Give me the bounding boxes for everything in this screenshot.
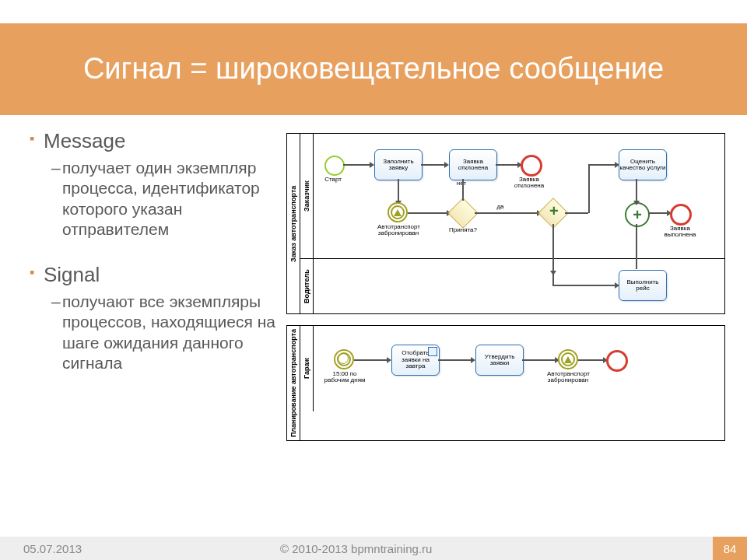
flow-arrow [354,359,387,361]
bullet-sub: получают все экземпляры процессов, наход… [51,292,279,373]
slide-title: Сигнал = широковещательное сообщение [83,52,664,86]
flow-arrow [578,359,603,361]
diagram-column: Заказ автотранспорта Заказчик Старт Запо… [286,129,725,452]
gateway-parallel-join-icon: + [625,202,650,227]
task-fill-request: Заполнить заявку [374,149,423,180]
flow-arrow [438,359,471,361]
end-event-icon [670,204,692,226]
footer-date: 05.07.2013 [0,542,280,555]
edge-label-no: нет [452,180,471,187]
flow-arrow [552,271,554,286]
end-event-icon [521,155,542,177]
title-band: Сигнал = широковещательное сообщение [0,23,747,115]
gateway-label: Принята? [442,227,484,233]
bullet-head: Message [30,129,279,153]
footer: 05.07.2013 © 2010-2013 bpmntraining.ru 8… [0,537,747,560]
flow-arrow [552,224,554,271]
bullet-head: Signal [30,263,279,287]
edge-label-yes: да [491,204,510,210]
lane-garage: Гараж 15:00 по рабочим дням Отобрать зая… [300,326,724,411]
flow-arrow [636,224,637,269]
flow-arrow [636,179,637,201]
flow-arrow [475,212,537,214]
bullet-signal: Signal получают все экземпляры процессов… [30,263,279,373]
pool-title: Планирование автотранспорта [287,326,300,440]
task-label: Заявка отклонена [450,159,496,172]
end-label: Заявка отклонена [508,177,550,190]
flow-arrow [462,179,464,201]
start-event-icon [324,156,345,176]
signal-label: Автотранспорт забронирован [547,371,589,384]
task-approve-requests: Утвердить заявки [475,345,524,376]
content-area: Message получает один экземпляр процесса… [0,115,747,452]
bullet-message: Message получает один экземпляр процесса… [30,129,279,240]
pool-order: Заказ автотранспорта Заказчик Старт Запо… [286,133,725,314]
end-event-icon [606,350,628,372]
lane-title: Гараж [300,326,314,411]
timer-label: 15:00 по рабочим дням [321,371,368,384]
flow-arrow [408,212,447,214]
signal-catch-icon [389,204,406,221]
bullet-sub: получает один экземпляр процесса, иденти… [51,158,279,240]
start-label: Старт [312,177,354,183]
flow-arrow [421,164,444,166]
task-label: Оценить качество услуги [619,159,666,172]
lane-title: Водитель [300,259,314,313]
pool-planning: Планирование автотранспорта Гараж 15:00 … [286,325,725,441]
lane-title: Заказчик [300,134,314,258]
task-run-trip: Выполнить рейс [619,270,667,301]
lane-body: 15:00 по рабочим дням Отобрать заявки на… [314,326,724,411]
task-label: Выполнить рейс [619,279,666,292]
flow-arrow [552,285,615,286]
task-rate-service: Оценить качество услуги [619,149,667,180]
task-pick-requests: Отобрать заявки на завтра [391,345,440,376]
flow-arrow [648,212,667,214]
gateway-parallel [542,202,564,224]
lane-body: Выполнить рейс [314,259,724,313]
pool-title: Заказ автотранспорта [287,134,300,313]
flow-arrow [522,359,555,361]
end-label: Заявка выполнена [659,226,701,239]
text-column: Message получает один экземпляр процесса… [30,129,286,452]
flow-arrow [496,164,517,166]
lane-driver: Водитель Выполнить рейс [300,258,724,313]
flow-arrow [343,164,370,166]
lane-customer: Заказчик Старт Заполнить заявку Заявка о… [300,134,724,258]
flow-arrow [588,164,615,166]
footer-copyright: © 2010-2013 bpmntraining.ru [280,542,713,555]
page-number: 84 [713,537,747,560]
subtask-marker-icon [428,347,437,356]
task-label: Заполнить заявку [375,159,422,172]
gateway-decision [452,202,474,224]
flow-arrow [588,164,590,213]
timer-start-icon [335,351,352,368]
task-rejected: Заявка отклонена [449,149,497,180]
task-label: Утвердить заявки [476,354,523,367]
flow-arrow [565,212,588,214]
lane-body: Старт Заполнить заявку Заявка отклонена … [314,134,724,258]
flow-arrow [398,179,399,201]
signal-label: Автотранспорт забронирован [377,224,419,237]
signal-throw-icon [559,351,577,368]
